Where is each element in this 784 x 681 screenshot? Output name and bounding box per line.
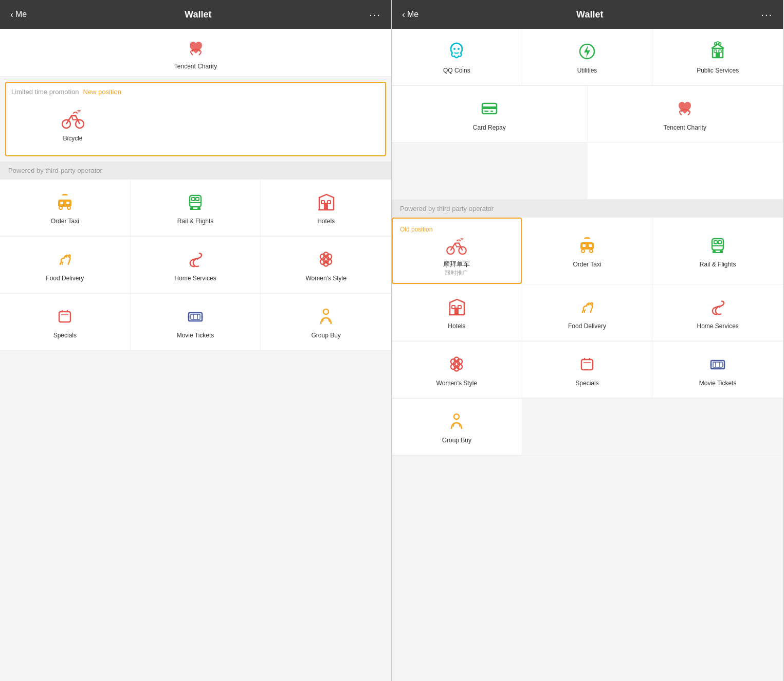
promo-empty-1 — [134, 100, 257, 150]
right-specials-item[interactable]: Specials — [522, 342, 653, 398]
qq-coins-label: QQ Coins — [443, 67, 470, 74]
right-group-buy-icon — [445, 410, 468, 433]
tencent-charity-item[interactable]: Tencent Charity — [0, 29, 391, 76]
right-top-row: QQ Coins Utilities — [392, 29, 783, 86]
svg-rect-20 — [321, 201, 324, 204]
right-tencent-charity-item[interactable]: Tencent Charity — [588, 86, 783, 142]
specials-item[interactable]: Specials — [0, 294, 131, 350]
rail-flights-item[interactable]: Rail & Flights — [131, 180, 261, 236]
right-back-label: Me — [407, 10, 418, 19]
right-food-delivery-item[interactable]: Food Delivery — [522, 284, 653, 341]
right-womens-style-icon — [445, 353, 468, 375]
group-buy-label: Group Buy — [311, 332, 340, 339]
card-repay-icon — [478, 97, 501, 120]
public-services-item[interactable]: Public Services — [652, 29, 783, 85]
right-row4-empty1 — [522, 399, 653, 455]
group-buy-icon — [315, 305, 337, 328]
bicycle-label: Bicycle — [63, 135, 82, 142]
movie-tickets-icon — [184, 305, 207, 328]
promo-badge: New position — [83, 88, 121, 96]
home-services-item[interactable]: Home Services — [131, 237, 261, 293]
order-taxi-label: Order Taxi — [51, 218, 79, 225]
left-more-button[interactable]: ··· — [369, 9, 381, 21]
right-movie-tickets-item[interactable]: Movie Tickets — [652, 342, 783, 398]
right-rail-flights-label: Rail & Flights — [700, 261, 736, 268]
svg-rect-5 — [66, 202, 69, 204]
womens-style-item[interactable]: Women's Style — [261, 237, 391, 293]
specials-icon — [53, 305, 76, 328]
svg-point-2 — [75, 115, 76, 117]
right-tencent-charity-icon — [673, 97, 696, 120]
right-order-taxi-item[interactable]: Order Taxi — [522, 218, 653, 284]
right-row-3: Women's Style Specials — [392, 342, 783, 399]
right-more-button[interactable]: ··· — [761, 9, 773, 21]
svg-point-58 — [458, 242, 460, 244]
promo-grid: Bicycle — [11, 100, 380, 150]
card-repay-label: Card Repay — [473, 124, 506, 131]
tencent-charity-label: Tencent Charity — [174, 63, 217, 70]
utilities-label: Utilities — [577, 67, 597, 74]
left-third-party-label: Powered by third-party operator — [0, 162, 391, 180]
tencent-charity-icon — [185, 37, 207, 60]
home-services-label: Home Services — [174, 275, 216, 282]
group-buy-item[interactable]: Group Buy — [261, 294, 391, 350]
svg-point-51 — [719, 42, 721, 45]
public-services-label: Public Services — [697, 67, 739, 74]
right-food-delivery-icon — [576, 296, 598, 318]
right-womens-style-label: Women's Style — [436, 380, 477, 387]
right-tencent-charity-label: Tencent Charity — [664, 124, 706, 131]
right-specials-label: Specials — [575, 380, 598, 387]
hotels-item[interactable]: Hotels — [261, 180, 391, 236]
right-specials-icon — [576, 353, 598, 375]
old-position-sublabel: 限时推广 — [445, 269, 468, 277]
rail-flights-label: Rail & Flights — [177, 218, 214, 225]
movie-tickets-item[interactable]: Movie Tickets — [131, 294, 261, 350]
order-taxi-item[interactable]: Order Taxi — [0, 180, 131, 236]
right-back-button[interactable]: ‹ Me — [402, 9, 418, 20]
card-repay-item[interactable]: Card Repay — [392, 86, 588, 142]
svg-rect-21 — [327, 201, 331, 204]
right-group-buy-item[interactable]: Group Buy — [392, 399, 522, 455]
left-header: ‹ Me Wallet ··· — [0, 0, 391, 29]
right-movie-tickets-icon — [706, 353, 729, 375]
right-row-2: Hotels Food Delivery — [392, 284, 783, 342]
old-position-cell[interactable]: Old position 摩拜单车 — [392, 218, 522, 284]
svg-point-43 — [458, 48, 460, 50]
svg-rect-3 — [58, 200, 71, 207]
movie-tickets-label: Movie Tickets — [177, 332, 214, 339]
public-services-icon — [706, 40, 729, 63]
svg-rect-55 — [490, 111, 493, 112]
right-hotels-icon — [445, 296, 468, 318]
left-third-party-row-1: Order Taxi Rail & Fli — [0, 180, 391, 237]
bicycle-promo-item[interactable]: Bicycle — [11, 100, 134, 150]
right-hotels-label: Hotels — [448, 322, 465, 330]
svg-point-8 — [60, 207, 62, 209]
qq-coins-item[interactable]: QQ Coins — [392, 29, 522, 85]
bicycle-icon — [62, 108, 84, 131]
right-header-title: Wallet — [576, 9, 603, 20]
right-hotels-item[interactable]: Hotels — [392, 284, 522, 341]
svg-point-95 — [454, 414, 459, 419]
right-third-party-label: Powered by third party operator — [392, 200, 783, 218]
food-delivery-icon — [53, 248, 76, 271]
right-home-services-icon — [706, 296, 729, 318]
svg-rect-36 — [191, 314, 200, 319]
left-third-party-row-2: Food Delivery Home Services — [0, 237, 391, 294]
right-content: QQ Coins Utilities — [392, 29, 783, 681]
right-rail-flights-item[interactable]: Rail & Flights — [652, 218, 783, 284]
right-food-delivery-label: Food Delivery — [568, 322, 606, 330]
svg-rect-53 — [482, 106, 497, 109]
right-womens-style-item[interactable]: Women's Style — [392, 342, 522, 398]
svg-rect-77 — [458, 306, 461, 309]
left-back-button[interactable]: ‹ Me — [10, 9, 27, 20]
food-delivery-item[interactable]: Food Delivery — [0, 237, 131, 293]
svg-rect-66 — [712, 239, 723, 250]
old-position-chinese-label: 摩拜单车 — [443, 260, 470, 269]
womens-style-icon — [315, 248, 337, 271]
svg-point-39 — [323, 309, 329, 314]
svg-rect-61 — [589, 244, 592, 247]
womens-style-label: Women's Style — [305, 275, 346, 282]
rail-flights-icon — [184, 191, 207, 213]
utilities-item[interactable]: Utilities — [522, 29, 653, 85]
right-home-services-item[interactable]: Home Services — [652, 284, 783, 341]
